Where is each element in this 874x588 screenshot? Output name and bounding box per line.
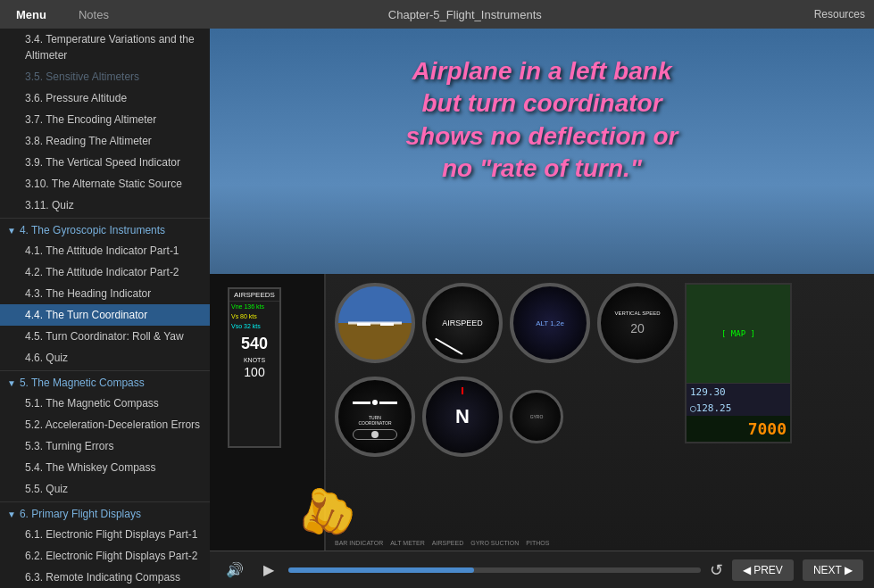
gps-freq2-value: ○128.25: [690, 402, 731, 414]
gps-freq1-value: 129.30: [690, 386, 726, 398]
sidebar-item-3-10[interactable]: 3.10. The Alternate Static Source: [0, 173, 210, 195]
section4-label: 4. The Gyroscopic Instruments: [20, 224, 165, 236]
airspeed-dial-label: AIRSPEED: [442, 319, 483, 327]
gps-freq2-display: ○128.25: [687, 400, 790, 416]
sidebar-item-4-5[interactable]: 4.5. Turn Coordinator: Roll & Yaw: [0, 326, 210, 347]
sidebar-section-5[interactable]: ▼ 5. The Magnetic Compass: [0, 373, 210, 393]
sidebar-item-6-3[interactable]: 6.3. Remote Indicating Compass: [0, 567, 210, 588]
sidebar-item-3-5[interactable]: 3.5. Sensitive Altimeters: [0, 66, 210, 87]
controls-bar: 🔊 ▶ ↺ ◀ PREV NEXT ▶: [210, 551, 874, 588]
sidebar-item-5-4[interactable]: 5.4. The Whiskey Compass: [0, 457, 210, 478]
gps-freq1-display: 129.30: [687, 384, 790, 400]
sidebar-item-6-1[interactable]: 6.1. Electronic Flight Displays Part-1: [0, 524, 210, 545]
altimeter-dial: ALT 1,2e: [510, 283, 590, 363]
label-alt-meter: ALT METER: [390, 540, 425, 546]
gps-screen-top: [ MAP ]: [687, 285, 790, 384]
video-area: Airplane in a left bankbut turn coordina…: [210, 29, 874, 588]
label-gyro: GYRO SUCTION: [470, 540, 519, 546]
section5-arrow: ▼: [7, 378, 16, 388]
section4-arrow: ▼: [7, 226, 16, 236]
section6-label: 6. Primary Flight Displays: [20, 508, 141, 520]
airspeed-vs: Vs 80 kts: [229, 311, 279, 321]
sidebar: 3.4. Temperature Variations and the Alti…: [0, 29, 210, 588]
play-icon: ▶: [263, 561, 274, 578]
top-bar: Menu Notes Chapter-5_Flight_Instruments …: [0, 0, 874, 29]
airspeed-dial: AIRSPEED: [422, 283, 503, 363]
airspeed-vne: Vne 136 kts: [229, 302, 279, 311]
sidebar-item-4-6[interactable]: 4.6. Quiz: [0, 347, 210, 369]
label-oth: PITHOS: [526, 540, 549, 546]
vsi-dial: VERTICAL SPEED 20: [597, 283, 678, 363]
sidebar-item-5-3[interactable]: 5.3. Turning Errors: [0, 435, 210, 457]
sidebar-item-5-5[interactable]: 5.5. Quiz: [0, 478, 210, 500]
airspeed-tape: AIRSPEEDS Vne 136 kts Vs 80 kts Vso 32 k…: [228, 287, 281, 448]
airspeed-label: AIRSPEEDS: [229, 289, 279, 302]
prev-button[interactable]: ◀ PREV: [732, 559, 794, 581]
sidebar-section-6[interactable]: ▼ 6. Primary Flight Displays: [0, 504, 210, 524]
reload-button[interactable]: ↺: [710, 560, 723, 580]
alt-value: 7000: [748, 419, 787, 438]
knots-label: KNOTS: [229, 357, 279, 363]
sidebar-item-3-8[interactable]: 3.8. Reading The Altimeter: [0, 130, 210, 152]
gyro-suction-gauge: GYRO: [510, 390, 563, 443]
sidebar-item-3-9[interactable]: 3.9. The Vertical Speed Indicator: [0, 152, 210, 173]
play-button[interactable]: ▶: [258, 558, 279, 582]
sidebar-item-3-7[interactable]: 3.7. The Encoding Altimeter: [0, 109, 210, 130]
volume-icon: 🔊: [226, 561, 244, 578]
sidebar-item-3-4[interactable]: 3.4. Temperature Variations and the Alti…: [0, 29, 210, 66]
turn-coord-label: TURNCOORDINATOR: [358, 415, 391, 426]
instrument-row2: TURNCOORDINATOR N GYRO: [335, 377, 563, 457]
menu-tab[interactable]: Menu: [9, 4, 54, 25]
label-bar-indicator: BAR INDICATOR: [335, 540, 383, 546]
progress-bar[interactable]: [288, 567, 701, 573]
cockpit-panel: AIRSPEEDS Vne 136 kts Vs 80 kts Vso 32 k…: [210, 274, 874, 551]
gps-map: [ MAP ]: [721, 329, 755, 338]
bottom-labels: BAR INDICATOR ALT METER AIRSPEED GYRO SU…: [335, 540, 758, 546]
sidebar-item-4-3[interactable]: 4.3. The Heading Indicator: [0, 283, 210, 304]
next-button[interactable]: NEXT ▶: [803, 559, 863, 581]
sidebar-item-5-1[interactable]: 5.1. The Magnetic Compass: [0, 393, 210, 414]
alt-digital-display: 7000: [687, 416, 790, 442]
sidebar-item-3-6[interactable]: 3.6. Pressure Altitude: [0, 87, 210, 109]
airspeed-vso: Vso 32 kts: [229, 321, 279, 331]
notes-tab[interactable]: Notes: [71, 4, 116, 25]
chapter-title: Chapter-5_Flight_Instruments: [134, 8, 796, 21]
sidebar-item-4-4[interactable]: 4.4. The Turn Coordinator: [0, 304, 210, 326]
gps-panel: [ MAP ] 129.30 ○128.25 7000: [685, 283, 792, 443]
gyro-label: GYRO: [530, 414, 544, 419]
vsi-label: VERTICAL SPEED: [614, 311, 660, 317]
progress-bar-fill: [288, 567, 474, 573]
sidebar-item-4-1[interactable]: 4.1. The Attitude Indicator Part-1: [0, 240, 210, 261]
resources-button[interactable]: Resources: [814, 8, 865, 21]
airspeed-value: 540: [229, 331, 279, 357]
attitude-indicator: [335, 283, 415, 363]
section6-arrow: ▼: [7, 509, 16, 519]
main-content: 3.4. Temperature Variations and the Alti…: [0, 29, 874, 588]
airspeed-value2: 100: [229, 363, 279, 381]
sidebar-item-4-2[interactable]: 4.2. The Attitude Indicator Part-2: [0, 261, 210, 283]
video-frame: Airplane in a left bankbut turn coordina…: [210, 29, 874, 551]
heading-indicator: N: [422, 377, 503, 457]
video-overlay-text: Airplane in a left bankbut turn coordina…: [210, 55, 874, 186]
sidebar-item-5-2[interactable]: 5.2. Acceleration-Deceleration Errors: [0, 414, 210, 435]
sidebar-item-3-11[interactable]: 3.11. Quiz: [0, 195, 210, 216]
alt-label: ALT 1,2e: [536, 319, 564, 327]
volume-button[interactable]: 🔊: [221, 558, 249, 582]
turn-coordinator: TURNCOORDINATOR: [335, 377, 415, 457]
sidebar-item-6-2[interactable]: 6.2. Electronic Flight Displays Part-2: [0, 545, 210, 567]
sidebar-section-4[interactable]: ▼ 4. The Gyroscopic Instruments: [0, 220, 210, 240]
label-airspeed: AIRSPEED: [432, 540, 463, 546]
section5-label: 5. The Magnetic Compass: [20, 377, 145, 389]
